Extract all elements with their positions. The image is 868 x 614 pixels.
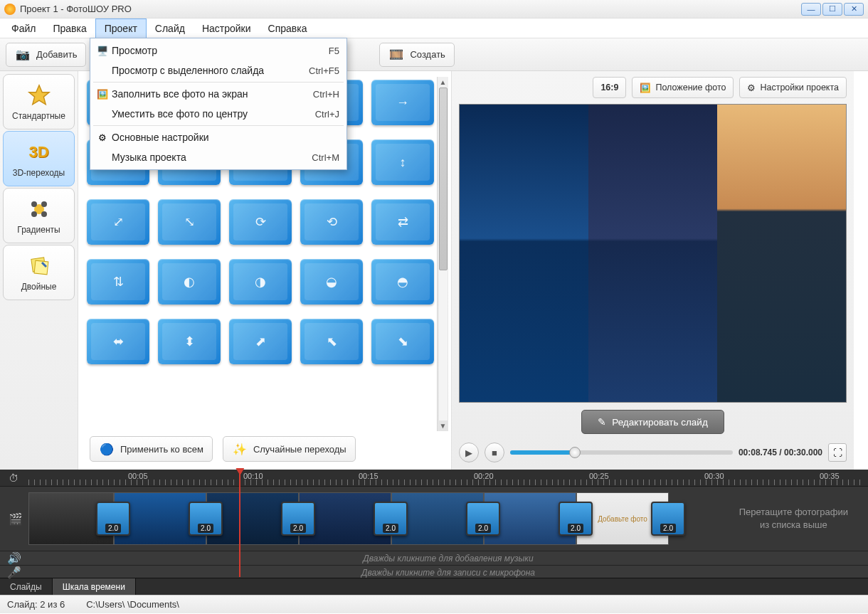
transition-thumb[interactable]: ⟳	[229, 199, 292, 245]
menubar: Файл Правка Проект Слайд Настройки Справ…	[0, 18, 868, 38]
create-button[interactable]: 🎞️ Создать	[379, 43, 454, 67]
transition-thumb[interactable]: ◓	[371, 259, 434, 305]
category-label: Стандартные	[12, 111, 65, 121]
transition-badge[interactable]: 2.0	[96, 502, 130, 536]
transition-thumb[interactable]: →	[371, 80, 434, 125]
audio-track[interactable]: 🔊 Дважды кликните для добавления музыки	[0, 551, 868, 565]
menu-slide[interactable]: Слайд	[147, 18, 194, 38]
transition-badge[interactable]: 2.0	[651, 502, 685, 536]
scrollbar[interactable]: ▲ ▼	[437, 77, 448, 431]
transition-duration: 2.0	[105, 524, 121, 533]
photo-position-button[interactable]: 🖼️ Положение фото	[632, 77, 734, 98]
add-button[interactable]: 📷 Добавить	[6, 43, 86, 67]
transition-duration: 2.0	[198, 524, 213, 533]
fill-icon: 🖼️	[93, 89, 112, 100]
status-path: C:\Users\ \Documents\	[86, 599, 179, 610]
transition-thumb[interactable]: ⇄	[371, 199, 434, 245]
scroll-up-icon[interactable]: ▲	[440, 78, 447, 86]
window-title: Проект 1 - ФотоШОУ PRO	[20, 4, 132, 14]
bottom-tabs: Слайды Шкала времени	[0, 578, 868, 595]
svg-point-4	[31, 211, 37, 217]
svg-point-2	[31, 201, 37, 207]
random-transitions-button[interactable]: ✨ Случайные переходы	[223, 436, 356, 462]
project-settings-button[interactable]: ⚙ Настройки проекта	[739, 77, 847, 98]
transition-thumb[interactable]: ◐	[158, 259, 221, 305]
transition-duration: 2.0	[290, 524, 306, 533]
play-button[interactable]: ▶	[459, 443, 479, 462]
scroll-down-icon[interactable]: ▼	[440, 422, 447, 430]
menu-settings[interactable]: Настройки	[194, 18, 260, 38]
category-3d[interactable]: 3D 3D-переходы	[3, 131, 75, 186]
transition-thumb[interactable]: ⬌	[87, 319, 149, 364]
arrow-icon: ⤡	[184, 214, 195, 230]
close-button[interactable]: ✕	[844, 3, 864, 16]
mic-track[interactable]: 🎤 Дважды кликните для записи с микрофона	[0, 565, 868, 579]
minimize-button[interactable]: —	[801, 3, 821, 16]
globe-icon: 🔵	[99, 441, 115, 457]
apply-to-all-button[interactable]: 🔵 Применить ко всем	[90, 436, 213, 462]
tab-timeline[interactable]: Шкала времени	[53, 578, 136, 595]
menu-file[interactable]: Файл	[3, 18, 44, 38]
ruler-tick: 00:35	[820, 472, 840, 480]
wand-icon: ✨	[232, 441, 248, 457]
transition-thumb[interactable]: ⬊	[371, 319, 434, 364]
arrow-icon: ⬌	[113, 334, 124, 349]
category-double[interactable]: Двойные	[3, 245, 75, 300]
menu-preview-from-slide[interactable]: Просмотр с выделенного слайда Ctrl+F5	[90, 60, 346, 80]
timeline-hint: Перетащите фотографии из списка выше	[725, 506, 862, 531]
transition-thumb[interactable]: ⤡	[158, 199, 221, 245]
tab-slides[interactable]: Слайды	[0, 578, 53, 595]
category-gradients[interactable]: Градиенты	[3, 188, 75, 243]
transition-thumb[interactable]: ↕	[371, 139, 434, 185]
transition-thumb[interactable]: ⬍	[158, 319, 221, 364]
timeline-ruler[interactable]: ⏱ 00:0500:1000:1500:2000:2500:3000:35	[0, 470, 868, 487]
preview-canvas	[459, 104, 847, 403]
maximize-button[interactable]: ☐	[822, 3, 842, 16]
transition-badge[interactable]: 2.0	[281, 502, 315, 536]
timeline-clip[interactable]: 2.0	[28, 492, 114, 545]
transition-thumb[interactable]: ⇅	[87, 259, 149, 305]
menu-project[interactable]: Проект	[95, 18, 147, 38]
edit-slide-button[interactable]: ✎ Редактировать слайд	[581, 410, 724, 434]
transition-badge[interactable]: 2.0	[466, 502, 500, 536]
menu-preview[interactable]: 🖥️ Просмотр F5	[90, 41, 346, 60]
arrow-icon: ⇄	[398, 214, 408, 230]
gear-icon: ⚙	[93, 132, 112, 143]
arrow-icon: ◒	[326, 274, 337, 290]
transition-badge[interactable]: 2.0	[189, 502, 223, 536]
arrow-icon: ⬈	[255, 334, 266, 349]
menu-project-music[interactable]: Музыка проекта Ctrl+M	[90, 147, 346, 167]
transition-thumb[interactable]: ⬈	[229, 319, 292, 364]
transition-thumb[interactable]: ◑	[229, 259, 292, 305]
category-standard[interactable]: Стандартные	[3, 74, 75, 129]
seek-bar[interactable]	[510, 450, 733, 455]
playhead[interactable]	[239, 470, 240, 577]
menu-main-settings[interactable]: ⚙ Основные настройки	[90, 127, 346, 147]
fullscreen-button[interactable]: ⛶	[828, 443, 847, 462]
transition-badge[interactable]: 2.0	[559, 502, 593, 536]
notes-icon	[26, 253, 52, 279]
ruler-tick: 00:15	[359, 472, 379, 480]
timeline-area: ⏱ 00:0500:1000:1500:2000:2500:3000:35 🎬 …	[0, 470, 868, 578]
transition-thumb[interactable]: ⤢	[87, 199, 149, 245]
ruler-tick: 00:05	[128, 472, 148, 480]
transition-thumb[interactable]: ⟲	[300, 199, 363, 245]
menu-edit[interactable]: Правка	[44, 18, 95, 38]
transition-thumb[interactable]: ⬉	[300, 319, 363, 364]
arrow-icon: ⬊	[398, 334, 408, 349]
transition-thumb[interactable]: ◒	[300, 259, 363, 305]
apply-all-label: Применить ко всем	[120, 444, 203, 455]
stop-button[interactable]: ■	[485, 443, 504, 462]
menu-center-photos[interactable]: Уместить все фото по центру Ctrl+J	[90, 104, 346, 124]
category-label: 3D-переходы	[13, 168, 65, 178]
ruler-tick: 00:25	[589, 472, 609, 480]
transition-badge[interactable]: 2.0	[374, 502, 408, 536]
aspect-ratio-button[interactable]: 16:9	[593, 77, 626, 98]
gear-icon: ⚙	[747, 83, 756, 93]
menu-fill-photos[interactable]: 🖼️ Заполнить все фото на экран Ctrl+H	[90, 84, 346, 104]
menu-help[interactable]: Справка	[260, 18, 316, 38]
star-icon	[26, 83, 52, 108]
video-track[interactable]: 🎬 2.02.02.02.02.02.0Добавьте фото2.0 Пер…	[0, 487, 868, 551]
category-label: Градиенты	[17, 225, 60, 235]
transition-duration: 2.0	[383, 524, 398, 533]
